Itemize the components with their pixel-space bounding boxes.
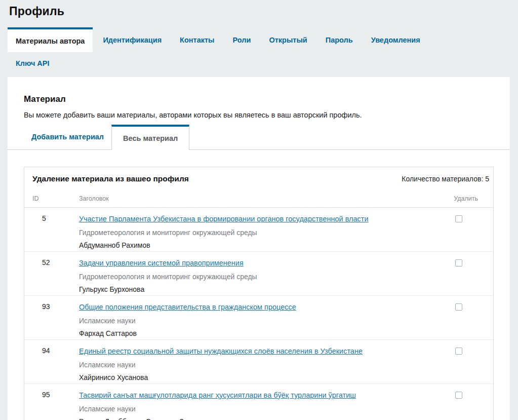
material-section-label: Исламские науки: [79, 361, 432, 369]
row-main: Тасвирий санъат машғулотларида ранг ҳусу…: [79, 391, 432, 420]
row-id: 93: [24, 302, 79, 311]
material-title-link[interactable]: Тасвирий санъат машғулотларида ранг ҳусу…: [79, 391, 356, 400]
table-header: ID Заголовок Удалить: [24, 195, 493, 208]
tab-password[interactable]: Пароль: [317, 27, 361, 52]
material-subtab-bar: Добавить материал Весь материал: [8, 125, 510, 150]
row-main: Общие положения представительства в граж…: [79, 302, 432, 337]
material-section-label: Гидрометеорология и мониторинг окружающе…: [79, 273, 432, 281]
tab-contacts[interactable]: Контакты: [172, 27, 222, 52]
material-authors: Хайринисо Хусанова: [79, 373, 432, 381]
materials-card-title: Удаление материала из вашео профиля: [32, 174, 189, 183]
material-title-link[interactable]: Участие Парламента Узбекистана в формиро…: [79, 215, 369, 223]
material-authors: Абдуманноб Рахимов: [79, 241, 432, 249]
material-authors: Фархад Саттаров: [79, 329, 432, 337]
material-section-label: Исламские науки: [79, 405, 432, 413]
page-header: Профиль: [0, 0, 518, 18]
row-id: 5: [24, 214, 79, 222]
delete-checkbox[interactable]: [455, 215, 462, 222]
materials-card: Удаление материала из вашео профиля Коли…: [24, 167, 494, 420]
tab-identification[interactable]: Идентификация: [95, 27, 170, 52]
subtab-add-material[interactable]: Добавить материал: [24, 125, 111, 149]
main-panel: Материал Вы можете добавить ваши материа…: [8, 77, 510, 420]
material-heading: Материал: [24, 94, 494, 104]
tab-public[interactable]: Открытый: [261, 27, 315, 52]
row-delete-cell: [432, 214, 493, 224]
row-id: 94: [24, 347, 79, 355]
material-section-label: Исламские науки: [79, 317, 432, 325]
column-header-id: ID: [24, 195, 79, 202]
material-section-label: Гидрометеорология и мониторинг окружающе…: [79, 228, 432, 237]
row-main: Единый реестр социальной защиты нуждающи…: [79, 347, 432, 381]
material-title-link[interactable]: Единый реестр социальной защиты нуждающи…: [79, 347, 363, 356]
row-id: 95: [24, 391, 79, 399]
tab-roles[interactable]: Роли: [224, 27, 259, 52]
column-header-delete: Удалить: [432, 195, 493, 202]
page-title: Профиль: [9, 5, 518, 18]
row-main: Задачи управления системой правоприменен…: [79, 258, 432, 293]
delete-checkbox[interactable]: [455, 259, 462, 266]
material-title-link[interactable]: Задачи управления системой правоприменен…: [79, 259, 244, 268]
table-row: 5 Участие Парламента Узбекистана в форми…: [24, 208, 493, 252]
row-delete-cell: [432, 258, 493, 269]
tab-notifications[interactable]: Уведомления: [363, 27, 428, 52]
table-row: 94 Единый реестр социальной защиты нужда…: [24, 340, 493, 384]
row-main: Участие Парламента Узбекистана в формиро…: [79, 214, 432, 249]
row-delete-cell: [432, 347, 493, 357]
row-delete-cell: [432, 391, 493, 401]
table-row: 52 Задачи управления системой правоприме…: [24, 252, 493, 296]
materials-card-header: Удаление материала из вашео профиля Коли…: [24, 167, 493, 183]
material-title-link[interactable]: Общие положения представительства в граж…: [79, 303, 296, 312]
material-description: Вы можете добавить ваши материалы, автор…: [24, 111, 494, 119]
tab-author-materials[interactable]: Материалы автора: [8, 27, 93, 52]
material-authors: Рустам Джаббаров, Сарвиноз Зокирова: [79, 417, 432, 420]
tab-api-key[interactable]: Ключ API: [8, 52, 58, 74]
delete-checkbox[interactable]: [455, 392, 462, 399]
row-delete-cell: [432, 302, 493, 313]
profile-tab-bar: Материалы автора Идентификация Контакты …: [8, 27, 518, 52]
materials-count: Количество материалов: 5: [402, 175, 489, 183]
table-row: 95 Тасвирий санъат машғулотларида ранг ҳ…: [24, 384, 493, 420]
table-row: 93 Общие положения представительства в г…: [24, 296, 493, 340]
column-header-title: Заголовок: [79, 195, 432, 202]
profile-tab-bar-row2: Ключ API: [8, 52, 518, 74]
subtab-all-material[interactable]: Весь материал: [111, 125, 189, 150]
delete-checkbox[interactable]: [455, 303, 462, 311]
row-id: 52: [24, 258, 79, 266]
material-authors: Гульрукс Бурхонова: [79, 285, 432, 293]
delete-checkbox[interactable]: [455, 348, 462, 355]
